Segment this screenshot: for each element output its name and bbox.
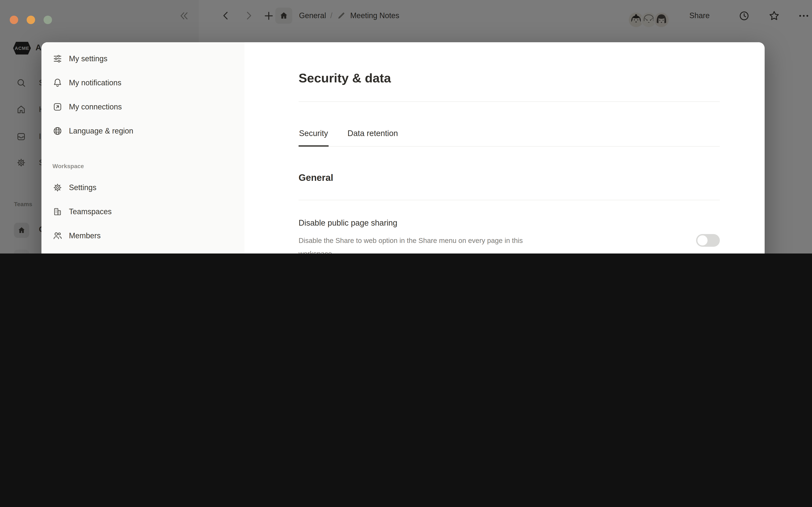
settings-nav: My settings My notifications My connecti… — [42, 42, 245, 253]
setting-title: Disable public page sharing — [299, 216, 544, 230]
macos-zoom-button[interactable] — [44, 16, 52, 24]
macos-close-button[interactable] — [10, 16, 18, 24]
nav-item-analytics[interactable]: Analytics — [47, 250, 239, 253]
macos-minimize-button[interactable] — [27, 16, 35, 24]
notion-app: General / Meeting Notes Share — [0, 0, 812, 253]
members-icon — [52, 231, 63, 241]
nav-item-my-notifications[interactable]: My notifications — [47, 73, 239, 93]
nav-item-teamspaces[interactable]: Teamspaces — [47, 202, 239, 221]
divider — [299, 101, 720, 102]
arrow-box-icon — [52, 102, 63, 112]
buildings-icon — [52, 207, 63, 217]
nav-item-members[interactable]: Members — [47, 226, 239, 245]
nav-item-my-settings[interactable]: My settings — [47, 49, 239, 68]
setting-description: Disable the Share to web option in the S… — [299, 234, 544, 253]
tab-bar: Security Data retention — [299, 124, 720, 147]
tab-data-retention[interactable]: Data retention — [347, 124, 398, 146]
section-header-general: General — [299, 171, 720, 185]
toggle-disable-public-page-sharing[interactable] — [696, 234, 720, 247]
divider — [299, 200, 720, 200]
setting-row-public-sharing: Disable public page sharing Disable the … — [299, 216, 720, 253]
globe-icon — [52, 126, 63, 136]
nav-item-language-region[interactable]: Language & region — [47, 121, 239, 141]
sliders-icon — [52, 54, 63, 64]
bell-icon — [52, 78, 63, 88]
gear-icon — [52, 182, 63, 193]
page-title: Security & data — [299, 69, 720, 87]
workspace-section-header: Workspace — [52, 163, 239, 169]
tab-security[interactable]: Security — [299, 124, 328, 147]
settings-content: Security & data Security Data retention … — [245, 42, 765, 253]
settings-modal: My settings My notifications My connecti… — [42, 42, 765, 253]
nav-item-my-connections[interactable]: My connections — [47, 97, 239, 117]
nav-item-settings[interactable]: Settings — [47, 178, 239, 197]
